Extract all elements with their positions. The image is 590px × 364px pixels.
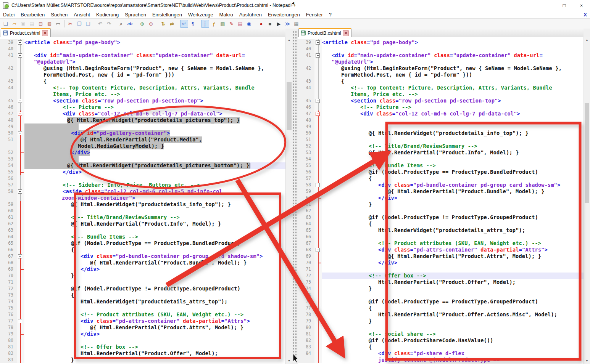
- close-all-documents-icon[interactable]: ⊠: [45, 20, 53, 28]
- fold-margin[interactable]: [314, 162, 322, 169]
- code-line[interactable]: 74Html.RenderWidget("productdetails_attr…: [0, 298, 285, 305]
- code-line[interactable]: 73{: [0, 292, 285, 298]
- code-text[interactable]: [24, 305, 285, 311]
- code-text[interactable]: @if (Model.ProductType != ProductType.Gr…: [322, 214, 584, 221]
- fold-margin[interactable]: [314, 260, 322, 266]
- fold-margin[interactable]: [314, 143, 322, 149]
- code-text[interactable]: @{ Html.RenderWidget("productdetails_inf…: [24, 201, 285, 208]
- code-text[interactable]: @if (Model.ProductType == ProductType.Bu…: [322, 169, 584, 175]
- code-text[interactable]: [24, 208, 285, 214]
- fold-margin[interactable]: [17, 91, 24, 98]
- code-line[interactable]: 79</div>: [0, 331, 285, 337]
- fold-margin[interactable]: [314, 201, 322, 208]
- find-icon[interactable]: ⌕: [117, 20, 125, 28]
- fold-margin[interactable]: [314, 234, 322, 240]
- code-text[interactable]: [322, 136, 584, 143]
- code-text[interactable]: <div class="pd-bundle-container pd-group…: [24, 253, 285, 260]
- code-text[interactable]: <section class="row pd-section pd-sectio…: [322, 98, 584, 104]
- code-text[interactable]: <article class="pd page-body">: [322, 39, 584, 46]
- fold-margin[interactable]: [314, 78, 322, 85]
- minimize-button[interactable]: –: [538, 0, 556, 11]
- run-script-icon[interactable]: ✎: [227, 20, 235, 28]
- code-line[interactable]: 49: [298, 123, 584, 130]
- code-text[interactable]: </div>: [322, 195, 584, 201]
- code-text[interactable]: {: [322, 78, 584, 85]
- code-text[interactable]: <!-- Picture -->: [24, 104, 285, 111]
- code-line[interactable]: 60: [0, 208, 285, 214]
- code-text[interactable]: Items, Price etc. -->: [322, 91, 584, 98]
- menu-item-kodierung[interactable]: Kodierung: [93, 12, 122, 18]
- code-line[interactable]: 76@if (Model.ProductType == ProductType.…: [298, 298, 584, 305]
- code-line[interactable]: 40: [0, 46, 285, 52]
- fold-margin[interactable]: [17, 305, 24, 311]
- fold-margin[interactable]: [314, 279, 322, 285]
- fold-margin[interactable]: [314, 104, 322, 111]
- code-text[interactable]: "@updateUrl">: [322, 59, 584, 65]
- code-text[interactable]: @if (Model.ProductType == ProductType.Bu…: [24, 240, 285, 247]
- code-text[interactable]: <!-- Title/Brand/ReviewSummary -->: [322, 143, 584, 149]
- code-line[interactable]: 42@using (Html.BeginRouteForm("Product",…: [298, 65, 584, 72]
- fold-margin[interactable]: [314, 208, 322, 214]
- view-monitor-icon[interactable]: ◉: [245, 20, 253, 28]
- code-text[interactable]: [24, 156, 285, 162]
- code-line[interactable]: 71: [0, 279, 285, 285]
- code-text[interactable]: @if (Model.ProductType == ProductType.Gr…: [322, 298, 584, 305]
- scrollbar-thumb[interactable]: [287, 82, 292, 130]
- code-text[interactable]: @{ Html.RenderPartial("Product.Attrs", M…: [24, 324, 285, 331]
- code-line[interactable]: 68@{ Html.RenderPartial("Product.Bundle"…: [0, 260, 285, 266]
- menu-item-ansicht[interactable]: Ansicht: [71, 12, 93, 18]
- fold-margin[interactable]: [314, 337, 322, 344]
- code-line[interactable]: 82Html.RenderPartial("Product.Offer", Mo…: [0, 350, 285, 357]
- code-text[interactable]: {: [24, 247, 285, 253]
- fold-margin[interactable]: [17, 357, 24, 363]
- menu-item-fenster[interactable]: Fenster: [303, 12, 326, 18]
- fold-margin[interactable]: [17, 78, 24, 85]
- code-line[interactable]: 64{: [298, 221, 584, 227]
- fold-collapse-icon[interactable]: [18, 40, 22, 45]
- code-text[interactable]: {: [322, 221, 584, 227]
- fold-collapse-icon[interactable]: [18, 254, 22, 258]
- tab-productb.cshtml[interactable]: ProductB.cshtml✕: [298, 28, 351, 37]
- code-text[interactable]: [24, 337, 285, 344]
- code-line[interactable]: 51@{ Html.RenderPartial("Product.Media",: [0, 136, 285, 143]
- code-line[interactable]: 81<!-- social share -->: [298, 331, 584, 337]
- fold-margin[interactable]: [314, 324, 322, 331]
- code-line[interactable]: 45<section class="row pd-section pd-sect…: [298, 98, 584, 104]
- code-text[interactable]: <!-- Product attributes (SKU, EAN, Weigh…: [322, 240, 584, 247]
- code-text[interactable]: <div class="pd-share d-flex: [322, 350, 584, 357]
- fold-margin[interactable]: [314, 175, 322, 182]
- code-line[interactable]: 57{: [298, 175, 584, 182]
- fold-margin[interactable]: [314, 59, 322, 65]
- code-line[interactable]: 67<div class="pd-bundle-container pd-gro…: [0, 253, 285, 260]
- code-text[interactable]: }: [322, 318, 584, 324]
- code-text[interactable]: <!-- Top Content: Picture, Description, …: [24, 85, 285, 91]
- code-line[interactable]: 76<!-- Product attributes (SKU, EAN, Wei…: [0, 311, 285, 318]
- fold-margin[interactable]: [314, 298, 322, 305]
- code-text[interactable]: @using (Html.BeginRouteForm("Product", n…: [322, 65, 584, 72]
- left-vertical-scrollbar[interactable]: ▲ ▼: [285, 37, 292, 364]
- code-text[interactable]: <!-- Bundle Items -->: [322, 162, 584, 169]
- paste-icon[interactable]: ❒: [84, 20, 92, 28]
- code-line[interactable]: 50<div id="pd-gallery-container">: [0, 130, 285, 136]
- document-switcher-icon[interactable]: ▤: [236, 20, 244, 28]
- code-text[interactable]: @using (Html.BeginRouteForm("Product", n…: [24, 65, 285, 72]
- code-line[interactable]: 55</div>: [0, 169, 285, 175]
- code-text[interactable]: </div>: [24, 331, 285, 337]
- fold-collapse-icon[interactable]: [316, 40, 320, 45]
- code-line[interactable]: 63@if (Model.ProductType != ProductType.…: [298, 214, 584, 221]
- fold-margin[interactable]: [314, 357, 322, 363]
- code-text[interactable]: [322, 208, 584, 214]
- code-text[interactable]: <section class="row pd-section pd-sectio…: [24, 98, 285, 104]
- fold-margin[interactable]: [17, 162, 24, 169]
- fold-margin[interactable]: [17, 279, 24, 285]
- code-text[interactable]: {: [322, 344, 584, 350]
- fold-margin[interactable]: [314, 305, 322, 311]
- code-line[interactable]: 58<div class="pd-bundle-container pd-gro…: [298, 182, 584, 188]
- code-text[interactable]: }: [24, 273, 285, 279]
- code-text[interactable]: Items, Price etc. -->: [24, 91, 285, 98]
- code-text[interactable]: @{ Html.RenderWidget("productdetails_inf…: [322, 130, 584, 136]
- code-line[interactable]: 65@if (Model.ProductType == ProductType.…: [0, 240, 285, 247]
- code-text[interactable]: <div class="pd-attrs-container" data-par…: [24, 318, 285, 324]
- code-text[interactable]: [322, 123, 584, 130]
- fold-margin[interactable]: [314, 46, 322, 52]
